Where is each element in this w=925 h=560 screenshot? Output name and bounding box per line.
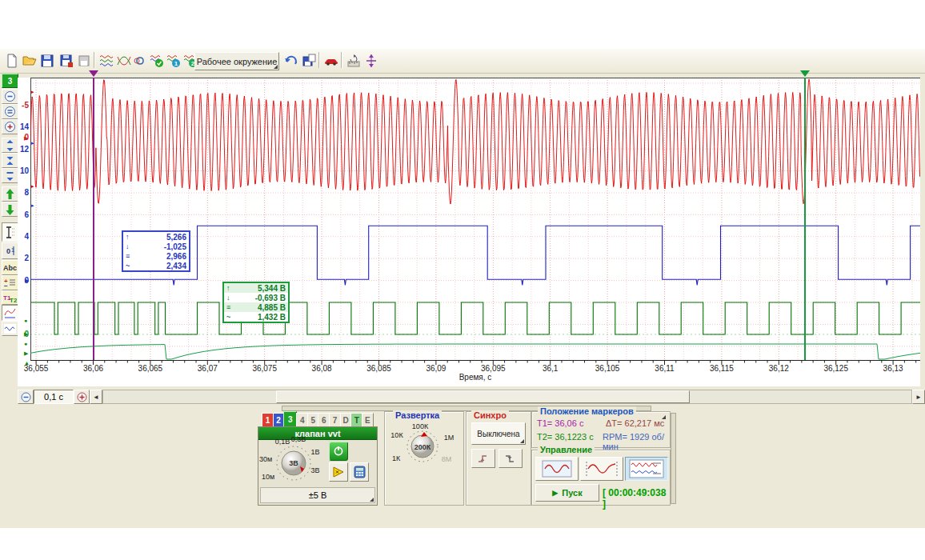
x-tick-label: 36,1 [543, 364, 558, 373]
waveform-plot[interactable]: ▸ ▸ ▸ ▸ ↑5,266↓-1,025≡2,966~2,434 ↑5,344… [30, 78, 920, 386]
ch2-measurement-box: ↑5,266↓-1,025≡2,966~2,434 [122, 230, 190, 272]
voltage-range-display[interactable]: ±5 В [260, 487, 375, 503]
y-tick-label: 6 [16, 210, 29, 219]
svg-text:0: 0 [6, 247, 10, 255]
ch3-low-marker[interactable]: ▶ [24, 350, 28, 356]
voltage-range-value: 3В [289, 459, 298, 467]
ch3-zero-marker[interactable]: ▶ [24, 331, 28, 337]
workspace-button-label: Рабочее окружение [197, 57, 278, 66]
curve-view-button[interactable] [2, 305, 18, 321]
scroll-mode-button[interactable] [580, 457, 623, 481]
save-as-button[interactable] [57, 51, 76, 70]
trace-ch1-ripple [30, 79, 920, 204]
scroll-right-button[interactable]: ► [912, 390, 925, 404]
x-tick-label: 36,115 [710, 364, 734, 373]
marker-t1-line[interactable] [93, 78, 94, 360]
save-button[interactable] [38, 51, 57, 70]
ch3-current-marker[interactable]: ● [24, 341, 27, 346]
measure-max-icon: ↑ [226, 284, 236, 292]
y-tick-label: 10 [16, 166, 29, 175]
undo-button[interactable] [282, 51, 301, 70]
measure-min-value: -0,693 В [236, 294, 286, 302]
measure-ripple-value: 2,434 [135, 262, 186, 270]
x-tick-label: 36,08 [312, 364, 332, 373]
sync-mode-button[interactable]: Выключена [471, 422, 526, 445]
measure-mean-value: 2,966 [135, 252, 186, 261]
start-button[interactable]: ▶Пуск [535, 484, 599, 502]
measurement-row: ↑5,344 В [224, 283, 288, 293]
voltage-knob-label: 0,1В [275, 438, 290, 446]
t2-readout: T2= 36,1223 с [537, 432, 594, 442]
measure-max-value: 5,266 [135, 233, 186, 242]
t1-readout: T1= 36,06 с [537, 418, 583, 428]
calculator-button[interactable] [350, 462, 369, 482]
measure-grid-button[interactable] [344, 51, 363, 70]
toolbar-separator [341, 52, 342, 68]
save-image-button[interactable] [299, 51, 318, 70]
fit-scale-button[interactable] [362, 51, 381, 70]
voltage-knob-label: 30м [259, 455, 272, 463]
time-scrollbar-thumb[interactable] [276, 390, 690, 403]
single-frame-mode-button[interactable] [535, 457, 579, 481]
voltage-knob-label: 3В [310, 466, 319, 474]
recorder-mode-button[interactable] [625, 457, 668, 481]
new-file-button[interactable] [2, 51, 22, 70]
x-tick-label: 36,12 [769, 364, 789, 373]
panel-scrollbar-vertical[interactable] [671, 413, 676, 504]
toolbar-separator [318, 52, 319, 68]
sweep-value: 200К [414, 443, 431, 451]
waves-view-button[interactable] [97, 51, 116, 70]
car-mode-button[interactable] [322, 51, 341, 70]
channel-tab-E[interactable]: E [362, 413, 374, 427]
sync-falling-edge-button[interactable] [499, 449, 523, 468]
marker-t2-flag[interactable] [800, 70, 810, 77]
workspace-button[interactable]: Рабочее окружение [194, 52, 279, 70]
x-tick-label: 36,09 [426, 364, 446, 373]
text-labels-button[interactable]: Abc [2, 260, 18, 275]
ch1-zero-marker[interactable]: ▶ [24, 135, 28, 141]
ch1-min-marker: ▸ [31, 183, 34, 189]
x-tick-label: 36,125 [823, 364, 848, 373]
voltage-knob-label: 1В [310, 448, 319, 456]
measure-mean-icon: ≡ [126, 252, 135, 260]
ch2-zero-marker[interactable]: ▶ [25, 278, 29, 283]
time-scrollbar-track[interactable] [102, 390, 912, 404]
sweep-knob-label: 100К [412, 422, 428, 430]
time-zoom-out-button[interactable] [18, 390, 34, 404]
svg-text:1: 1 [174, 60, 178, 67]
channel-power-button[interactable] [329, 442, 348, 461]
x-tick-label: 36,055 [24, 364, 49, 373]
rpm-readout: RPM= 1929 об/мин [603, 432, 670, 451]
y-tick-label: 8 [16, 188, 29, 197]
svg-text:−: − [4, 282, 8, 288]
active-channel-indicator: 3 [2, 74, 18, 88]
x-tick-label: 36,095 [481, 364, 506, 373]
measurement-row: ↓-0,693 В [224, 293, 288, 302]
svg-text:T2: T2 [10, 297, 17, 302]
open-file-button[interactable] [20, 51, 39, 70]
sweep-knob-label: 1К [392, 454, 400, 462]
measurement-row: ↓-1,025 [123, 242, 189, 251]
x-tick-label: 36,065 [138, 364, 163, 373]
measure-min-icon: ↓ [126, 242, 135, 250]
measurement-row: ~1,432 В [224, 312, 288, 322]
scroll-left-button[interactable]: ◄ [90, 390, 102, 404]
voltage-knob-label: 0,3В [291, 435, 306, 443]
ch3-level-marker[interactable]: ● [24, 318, 27, 323]
generator-button[interactable] [329, 462, 348, 482]
markers-panel-title: Положение маркеров [538, 406, 636, 416]
save-fragment-button[interactable] [74, 51, 94, 70]
measure-mean-value: 4,885 В [236, 303, 286, 312]
y-tick-label: 4 [16, 232, 29, 241]
sync-rising-edge-button[interactable] [471, 449, 495, 468]
time-zoom-in-button[interactable] [74, 390, 90, 404]
channel-tab-3[interactable]: 3 [283, 411, 297, 427]
y-tick-label: -5 [16, 101, 29, 110]
sync-panel: Синхро Выключена [466, 411, 531, 506]
measurement-row: ↑5,266 [123, 232, 189, 242]
x-tick-label: 36,105 [595, 364, 620, 373]
marker-t1-flag[interactable] [89, 70, 98, 77]
measure-mean-icon: ≡ [226, 303, 236, 311]
marker-t2-line[interactable] [804, 78, 806, 360]
time-markers-button[interactable]: T1T2 [2, 290, 18, 305]
